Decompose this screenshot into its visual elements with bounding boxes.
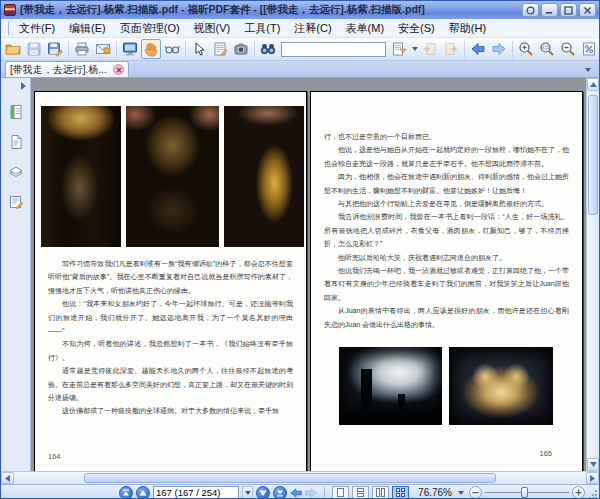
document-viewport[interactable]: 写作习惯导致我们凡是看到谁有一脸“我有倾诉欲”的样子，都会忍不住想要听听他“背后… — [31, 78, 586, 471]
scroll-left-icon[interactable] — [1, 472, 14, 484]
search-input[interactable] — [281, 42, 386, 57]
text-select-button[interactable] — [210, 39, 230, 59]
page-number-input[interactable] — [153, 486, 239, 499]
save-button[interactable] — [24, 39, 44, 59]
brand-orb-button[interactable] — [522, 3, 539, 17]
toolbar-separator — [512, 41, 513, 58]
save-all-button[interactable] — [45, 39, 65, 59]
paragraph: 他听完以后哈哈大笑，庆祝着遇到志同道合的朋友了。 — [324, 251, 569, 264]
zoom-slider-thumb[interactable] — [521, 487, 528, 498]
zoom-dropdown-button[interactable] — [455, 486, 466, 499]
continuous-layout-button[interactable] — [352, 486, 369, 499]
find-next-button[interactable] — [389, 39, 409, 59]
photo-basilica-domes — [449, 347, 553, 425]
paragraph: 行，也不过是空悬的一个目标而已。 — [324, 130, 569, 143]
panel-expand-arrow[interactable] — [16, 80, 30, 92]
navigation-sidebar — [1, 78, 31, 471]
page-number-left: 164 — [48, 452, 61, 461]
previous-view-button[interactable] — [468, 39, 488, 59]
foxit-app-icon[interactable] — [4, 4, 16, 16]
photo-cathedral-silhouette — [339, 347, 442, 425]
zoom-to-percent-button[interactable] — [579, 39, 599, 59]
chevron-down-icon — [412, 47, 418, 51]
vertical-scroll-thumb[interactable] — [588, 95, 598, 215]
resize-grip[interactable] — [588, 489, 598, 499]
loupe-tool-button[interactable] — [162, 39, 182, 59]
menu-edit[interactable]: 编辑(E) — [62, 19, 113, 38]
last-page-button[interactable] — [273, 486, 287, 499]
horizontal-scrollbar[interactable] — [1, 471, 599, 484]
horizontal-scroll-thumb[interactable] — [84, 473, 496, 483]
previous-page-button[interactable] — [136, 486, 150, 499]
tab-close-icon[interactable] — [113, 64, 124, 75]
fullscreen-button[interactable] — [120, 39, 140, 59]
toolbar-separator — [116, 41, 117, 58]
print-button[interactable] — [72, 39, 92, 59]
menu-view[interactable]: 视图(V) — [187, 19, 238, 38]
snapshot-button[interactable] — [231, 39, 251, 59]
pages-panel-button[interactable] — [6, 132, 26, 152]
zoom-in-button[interactable] — [572, 486, 585, 499]
bookmarks-panel-button[interactable] — [6, 102, 26, 122]
left-page-text: 写作习惯导致我们凡是看到谁有一脸“我有倾诉欲”的样子，都会忍不住想要听听他“背后… — [48, 257, 293, 418]
find-options-caret[interactable] — [410, 39, 419, 59]
first-page-button[interactable] — [119, 486, 133, 499]
document-tabbar: [带我走，去远行].杨... — [1, 61, 599, 78]
photo-row — [339, 347, 553, 425]
find-button[interactable] — [258, 39, 278, 59]
menu-page-management[interactable]: 页面管理(O) — [113, 19, 187, 38]
single-page-layout-button[interactable] — [332, 486, 349, 499]
next-page-button[interactable] — [256, 486, 270, 499]
continuous-facing-layout-button[interactable] — [392, 486, 409, 499]
scroll-up-icon[interactable] — [587, 78, 599, 91]
close-button[interactable] — [579, 3, 596, 17]
maximize-button[interactable] — [560, 3, 577, 17]
minimize-button[interactable] — [541, 3, 558, 17]
photo-row — [41, 106, 304, 247]
zoom-level-value: 76.76% — [412, 487, 452, 498]
facing-layout-button[interactable] — [372, 486, 389, 499]
menu-tools[interactable]: 工具(T) — [237, 19, 287, 38]
tab-list-chevron-icon[interactable] — [581, 63, 595, 76]
menu-comments[interactable]: 注释(C) — [287, 19, 338, 38]
page-dropdown-button[interactable] — [242, 486, 253, 499]
next-view-button[interactable] — [489, 39, 509, 59]
previous-view-button-statusbar[interactable] — [290, 486, 302, 499]
menu-forms[interactable]: 表单(M) — [339, 19, 392, 38]
document-tab[interactable]: [带我走，去远行].杨... — [5, 61, 129, 77]
scroll-down-icon[interactable] — [587, 458, 599, 471]
titlebar: [带我走，去远行].杨紫.扫描版.pdf - 福昕PDF套件 - [[带我走，去… — [1, 1, 599, 19]
page-left: 写作习惯导致我们凡是看到谁有一脸“我有倾诉欲”的样子，都会忍不住想要听听他“背后… — [34, 91, 307, 471]
window-controls — [522, 3, 596, 17]
open-button[interactable] — [3, 39, 23, 59]
toolbar — [1, 38, 599, 61]
paragraph: 这仿佛都成了一种瘟疫般的全球通病。对于大多数的情侣来说，牵手旅 — [48, 404, 293, 417]
page-number-right: 165 — [539, 449, 552, 458]
zoom-in-tool-button[interactable] — [516, 39, 536, 59]
horizontal-scroll-track[interactable] — [14, 472, 586, 484]
previous-result-button[interactable] — [420, 39, 440, 59]
menu-file[interactable]: 文件(F) — [12, 19, 62, 38]
chevron-down-icon — [585, 68, 591, 72]
zoom-out-button[interactable] — [469, 486, 482, 499]
zoom-slider[interactable] — [485, 486, 569, 499]
comments-panel-button[interactable] — [6, 192, 26, 212]
email-button[interactable] — [93, 39, 113, 59]
next-result-button[interactable] — [441, 39, 461, 59]
hand-tool-button[interactable] — [141, 39, 161, 59]
marquee-zoom-button[interactable] — [537, 39, 557, 59]
next-view-button-statusbar[interactable] — [305, 486, 317, 499]
menu-security[interactable]: 安全(S) — [391, 19, 442, 38]
zoom-out-tool-button[interactable] — [558, 39, 578, 59]
paragraph: 与其把他的这个行动贴上去爱是在寻觅，倒是缓解离愁最好的方式。 — [324, 197, 569, 210]
paragraph: 写作习惯导致我们凡是看到谁有一脸“我有倾诉欲”的样子，都会忍不住想要听听他“背后… — [48, 257, 293, 297]
menu-help[interactable]: 帮助(H) — [442, 19, 493, 38]
vertical-scroll-track[interactable] — [587, 91, 599, 458]
scroll-right-icon[interactable] — [586, 472, 599, 484]
layers-panel-button[interactable] — [6, 162, 26, 182]
paragraph: 我告诉他别浪费时间，我曾在一本书上看到一段话：“人生，好一场洗礼。所有最铁地把人… — [324, 210, 569, 250]
select-tool-button[interactable] — [189, 39, 209, 59]
tab-label: [带我走，去远行].杨... — [10, 63, 110, 77]
paragraph: 通常越是觉得彼此深爱、越能天长地久的两个人，往往最经不起旅途的考验。在走前总是有… — [48, 364, 293, 404]
vertical-scrollbar[interactable] — [586, 78, 599, 471]
